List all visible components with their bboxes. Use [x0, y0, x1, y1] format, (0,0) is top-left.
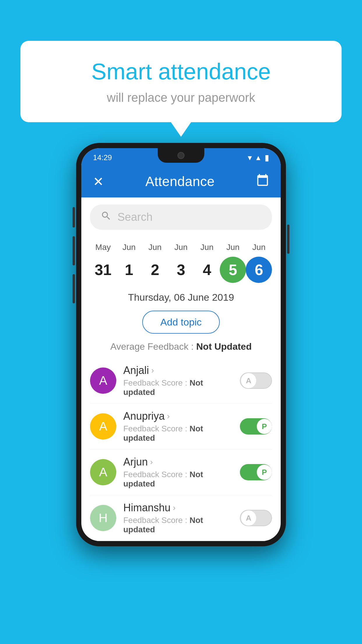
phone-notch: [158, 148, 204, 163]
phone-mockup: 14:29 ✕ Attendance: [76, 143, 286, 546]
calendar-day[interactable]: Jun 2: [142, 243, 168, 283]
calendar-month: Jun: [148, 243, 161, 252]
close-button[interactable]: ✕: [93, 174, 104, 189]
speech-bubble: Smart attendance will replace your paper…: [20, 41, 342, 122]
phone-outer: 14:29 ✕ Attendance: [76, 143, 286, 546]
attendance-toggle[interactable]: P: [240, 464, 272, 480]
chevron-right-icon: ›: [151, 366, 154, 375]
student-info: Arjun › Feedback Score : Not updated: [123, 456, 233, 489]
avg-feedback-label: Average Feedback :: [110, 341, 194, 352]
calendar-date-num: 1: [116, 257, 142, 283]
battery-icon: [265, 153, 269, 162]
student-row[interactable]: A Arjun › Feedback Score : Not updated P: [90, 449, 272, 495]
speech-bubble-title: Smart attendance: [44, 58, 318, 85]
calendar-strip: May 31 Jun 1 Jun 2 Jun 3 Jun 4 Jun 5 Jun…: [81, 237, 281, 286]
chevron-right-icon: ›: [150, 457, 153, 467]
student-info: Anupriya › Feedback Score : Not updated: [123, 410, 233, 443]
student-avatar: A: [90, 368, 116, 394]
calendar-day[interactable]: Jun 1: [116, 243, 142, 283]
student-row[interactable]: A Anupriya › Feedback Score : Not update…: [90, 404, 272, 449]
student-avatar: A: [90, 413, 116, 440]
attendance-toggle[interactable]: A: [240, 372, 272, 389]
student-list: A Anjali › Feedback Score : Not updated …: [81, 358, 281, 541]
calendar-day[interactable]: Jun 4: [194, 243, 220, 283]
calendar-date-num: 5: [220, 257, 246, 283]
speech-bubble-container: Smart attendance will replace your paper…: [20, 41, 342, 122]
status-icons: [248, 153, 269, 162]
student-name: Anupriya ›: [123, 410, 233, 422]
search-icon: [101, 210, 112, 224]
calendar-day[interactable]: Jun 5: [220, 243, 246, 283]
student-feedback: Feedback Score : Not updated: [123, 516, 233, 534]
student-row[interactable]: H Himanshu › Feedback Score : Not update…: [90, 495, 272, 541]
student-avatar: H: [90, 505, 116, 531]
toggle-knob: A: [241, 510, 256, 526]
calendar-date-num: 2: [142, 257, 168, 283]
calendar-day[interactable]: May 31: [90, 243, 116, 283]
calendar-button[interactable]: [256, 174, 269, 189]
student-feedback: Feedback Score : Not updated: [123, 378, 233, 397]
student-feedback: Feedback Score : Not updated: [123, 424, 233, 443]
app-bar: ✕ Attendance: [81, 165, 281, 197]
calendar-month: May: [95, 243, 111, 252]
calendar-month: Jun: [122, 243, 136, 252]
calendar-month: Jun: [252, 243, 266, 252]
calendar-date-num: 3: [168, 257, 194, 283]
avg-feedback-value: Not Updated: [196, 341, 252, 352]
calendar-date-num: 4: [194, 257, 220, 283]
status-time: 14:29: [93, 153, 112, 162]
student-row[interactable]: A Anjali › Feedback Score : Not updated …: [90, 358, 272, 404]
student-feedback: Feedback Score : Not updated: [123, 470, 233, 489]
calendar-month: Jun: [226, 243, 240, 252]
phone-camera: [178, 152, 184, 159]
student-name: Anjali ›: [123, 364, 233, 377]
toggle-knob: P: [257, 465, 272, 480]
student-name: Arjun ›: [123, 456, 233, 468]
wifi-icon: [248, 153, 252, 162]
chevron-right-icon: ›: [167, 412, 170, 421]
chevron-right-icon: ›: [173, 503, 175, 512]
attendance-toggle[interactable]: P: [240, 418, 272, 435]
search-bar[interactable]: Search: [90, 204, 272, 230]
power-button: [287, 225, 289, 254]
speech-bubble-subtitle: will replace your paperwork: [44, 91, 318, 105]
attendance-toggle[interactable]: A: [240, 510, 272, 526]
student-info: Himanshu › Feedback Score : Not updated: [123, 502, 233, 534]
phone-screen: 14:29 ✕ Attendance: [81, 148, 281, 541]
student-info: Anjali › Feedback Score : Not updated: [123, 364, 233, 397]
student-avatar: A: [90, 459, 116, 485]
calendar-date-num: 6: [246, 257, 272, 283]
calendar-date-num: 31: [90, 257, 116, 283]
avg-feedback: Average Feedback : Not Updated: [81, 338, 281, 358]
toggle-knob: P: [257, 419, 272, 434]
app-title: Attendance: [145, 174, 215, 189]
selected-date: Thursday, 06 June 2019: [81, 286, 281, 306]
student-name: Himanshu ›: [123, 502, 233, 514]
silent-button: [73, 274, 75, 303]
volume-up-button: [73, 207, 75, 228]
calendar-month: Jun: [174, 243, 187, 252]
signal-icon: [255, 153, 262, 162]
add-topic-button[interactable]: Add topic: [142, 311, 220, 334]
toggle-knob: A: [241, 373, 256, 388]
calendar-day[interactable]: Jun 6: [246, 243, 272, 283]
calendar-month: Jun: [201, 243, 214, 252]
search-placeholder: Search: [117, 211, 152, 223]
calendar-day[interactable]: Jun 3: [168, 243, 194, 283]
volume-down-button: [73, 236, 75, 265]
